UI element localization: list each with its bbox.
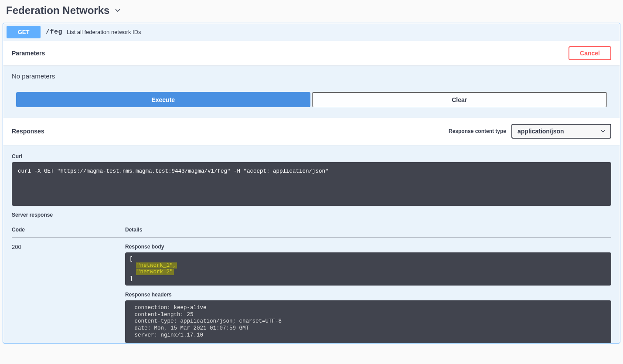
operation-path: /feg: [46, 28, 62, 36]
execute-row: Execute Clear: [3, 90, 620, 118]
operation-block: GET /feg List all federation network IDs…: [3, 23, 620, 344]
details-header: Details: [125, 222, 611, 238]
response-table: Code Details 200 Response body [ "networ…: [12, 222, 611, 343]
section-header[interactable]: Federation Networks: [3, 0, 620, 23]
chevron-down-icon: [114, 7, 122, 14]
responses-bar: Responses Response content type applicat…: [3, 118, 620, 145]
operation-description: List all federation network IDs: [67, 29, 141, 35]
method-badge: GET: [7, 26, 41, 38]
code-header: Code: [12, 222, 125, 238]
response-code: 200: [12, 238, 125, 344]
content-type-label: Response content type: [449, 128, 506, 134]
response-headers-code: connection: keep-alive content-length: 2…: [125, 300, 611, 343]
response-body-code: [ "network_1", "network_2" ]: [125, 252, 611, 286]
cancel-button[interactable]: Cancel: [569, 46, 611, 60]
execute-button[interactable]: Execute: [16, 92, 310, 107]
clear-button[interactable]: Clear: [312, 92, 607, 107]
table-row: 200 Response body [ "network_1", "networ…: [12, 238, 611, 344]
content-type-select[interactable]: application/json: [512, 125, 610, 138]
response-headers-label: Response headers: [125, 292, 611, 298]
responses-title: Responses: [12, 128, 44, 135]
curl-label: Curl: [12, 153, 611, 160]
no-parameters-text: No parameters: [12, 72, 55, 80]
section-title: Federation Networks: [6, 4, 109, 17]
parameters-body: No parameters: [3, 65, 620, 90]
response-body-label: Response body: [125, 244, 611, 250]
parameters-bar: Parameters Cancel: [3, 41, 620, 65]
server-response-label: Server response: [12, 212, 611, 218]
operation-summary[interactable]: GET /feg List all federation network IDs: [3, 23, 620, 41]
curl-code: curl -X GET "https://magma-test.nms.magm…: [12, 162, 611, 206]
content-type-select-wrap: application/json: [511, 124, 611, 139]
parameters-title: Parameters: [12, 50, 45, 57]
